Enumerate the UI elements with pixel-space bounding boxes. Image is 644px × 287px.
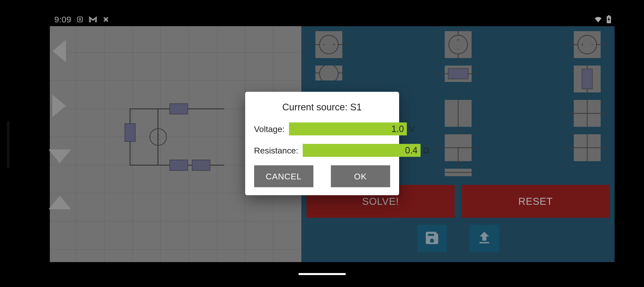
resistance-input[interactable] bbox=[303, 144, 420, 157]
nav-arrow-right-icon[interactable] bbox=[52, 95, 66, 117]
resistance-row: Resistance: Ω bbox=[254, 144, 390, 157]
nav-arrow-left-icon[interactable] bbox=[52, 40, 66, 62]
source-properties-dialog: Current source: S1 Voltage: V Resistance… bbox=[245, 92, 399, 195]
nav-arrow-down-icon[interactable] bbox=[48, 150, 71, 163]
gesture-bar[interactable] bbox=[298, 273, 346, 275]
voltage-label: Voltage: bbox=[254, 124, 285, 134]
ok-button[interactable]: OK bbox=[331, 166, 390, 187]
voltage-unit: V bbox=[409, 124, 414, 134]
voltage-row: Voltage: V bbox=[254, 122, 390, 136]
device-frame: 9:09 bbox=[0, 0, 644, 287]
cancel-button[interactable]: CANCEL bbox=[254, 166, 314, 187]
dialog-button-row: CANCEL OK bbox=[254, 166, 390, 187]
voltage-input[interactable] bbox=[289, 122, 407, 136]
resistance-label: Resistance: bbox=[254, 146, 298, 155]
dialog-title: Current source: S1 bbox=[254, 102, 390, 112]
resistance-unit: Ω bbox=[423, 146, 429, 155]
canvas-nav-arrows bbox=[52, 40, 71, 209]
nav-arrow-up-icon[interactable] bbox=[48, 196, 71, 209]
